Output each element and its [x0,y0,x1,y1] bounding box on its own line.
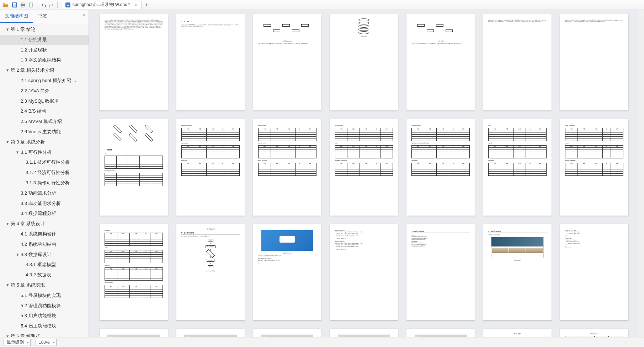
outline-item[interactable]: 2.3 MySQL 数据库 [0,96,89,107]
outline-item[interactable]: 4.3.2 数据表 [0,270,89,280]
outline-item[interactable]: ▾第 1 章 绪论 [0,25,89,35]
page-thumbnail[interactable]: 图 5.x 薪资管理列表管理员可对该模块数据进行增删改查操作。图 5.x 薪资详… [176,329,245,337]
print-icon[interactable] [20,2,26,8]
page-thumbnail[interactable]: 4.3.2 数据表tokenordinary_information [100,119,168,215]
outline-item[interactable]: 1.3 本文的组织结构 [0,55,89,65]
sidebar-tab-bookmark[interactable]: 书签 [33,10,52,23]
sidebar-tabs: 文档结构图 书签 × [0,10,89,23]
page-thumbnail[interactable]: day_information字段类型长度空注释leave字段类型长度空注释at… [330,119,398,215]
outline-item[interactable]: 1.2 开发现状 [0,45,89,55]
zoom-combo[interactable]: 100% [36,339,57,346]
page-thumbnail[interactable]: 图 2.x 架构图 [330,14,398,110]
outline-item[interactable]: ▾第 3 章 系统分析 [0,137,89,147]
svg-rect-1 [13,3,16,5]
outline-item[interactable]: 3.1.2 经济可行性分析 [0,168,89,178]
outline-item[interactable]: 4.2 系统功能结构 [0,239,89,250]
outline-item[interactable]: 3.3 非功能需求分析 [0,199,89,209]
page-thumbnail[interactable]: 图 5.x 招聘信息列表5.3 员工功能模块图 5.x 岗位信息详情 [330,329,398,337]
outline-item[interactable]: 2.2 JAVA 简介 [0,86,89,96]
page-thumbnail[interactable]: for(User u : list){ if(u.getType()==1){ … [560,224,628,320]
outline-item[interactable]: 5.1 登录模块的实现 [0,291,89,301]
sidebar-tab-outline[interactable]: 文档结构图 [0,10,33,23]
outline-level-combo[interactable]: 显示级别 [4,339,31,346]
page-thumbnail[interactable]: 5.2 管理员功能模块系统首页展示如下图所示。图 5.x 网站首页 [483,224,552,320]
document-view: 使用开发技术 Java 相关：该在开发中采用了 MVC 三层架构设计……系统使用… [89,10,644,337]
page-thumbnail[interactable]: 2.2 技术方案系统采用前后端分离的开发模式，主要使用的技术有……系统采用前后端… [176,14,245,110]
page-thumbnail[interactable]: ordinary_information字段类型长度空注释ordinary_us… [176,119,245,215]
outline-item[interactable]: 5.2 管理员功能模块 [0,301,89,311]
svg-rect-5 [21,6,24,7]
page-thumbnail[interactable]: 5.2 管理员功能模块@Autowired UserService userSe… [406,224,475,320]
outline-item[interactable]: 2.1 spring boot 框架介绍 ... [0,76,89,86]
page-thumbnail[interactable]: 图 2.1 系统架构图系统采用模块化设计方案进行构建，便于维护与扩展。系统采用模… [253,14,321,110]
outline-item[interactable]: ▾第 2 章 相关技术介绍 [0,65,89,76]
svg-rect-2 [13,5,16,7]
outline-item[interactable]: ▾第 4 章 系统设计 [0,219,89,229]
document-tabs: W springboot企...理系统LW.doc * × + [62,0,150,10]
outline-item[interactable]: 5.4 员工功能模块 [0,321,89,331]
page-thumbnail[interactable]: 表 6.2 功能测试表6.3 测试结论表 6.3 界面测试表 [560,329,628,337]
outline-item[interactable]: 4.3.1 概念模型 [0,260,89,270]
outline-item[interactable]: 3.1.1 技术可行性分析 [0,157,89,168]
redo-icon[interactable] [48,2,55,8]
outline-item[interactable]: 2.5 MVVM 模式介绍 [0,116,89,127]
outline-item[interactable]: 4.1 系统架构设计 [0,229,89,239]
page-thumbnail[interactable]: cost_management字段类型长度空注释report_and_state… [406,119,475,215]
page-thumbnail[interactable]: 图 5.x 员工管理列表管理员可对该模块数据进行增删改查操作。图 5.x 部门管… [100,329,168,337]
outline-item[interactable]: 3.2 功能需求分析 [0,188,89,199]
pages-grid: 使用开发技术 Java 相关：该在开发中采用了 MVC 三层架构设计……系统使用… [89,10,639,337]
word-doc-icon: W [65,2,70,7]
sidebar: 文档结构图 书签 × ▾第 1 章 绪论1.1 研究背景1.2 开发现状1.3 … [0,10,89,337]
outline-item[interactable]: ▾第 6 章 统测试 [0,331,89,337]
page-thumbnail[interactable]: messages字段类型长度空注释notify字段类型长度空注释personne… [100,224,168,320]
svg-rect-4 [21,3,24,4]
outline-item[interactable]: 3.4 数据流程分析 [0,208,89,219]
outline-item[interactable]: ▾3.1 可行性分析 [0,147,89,158]
sidebar-close-icon[interactable]: × [83,12,86,18]
outline-item[interactable]: 1.1 研究背景 [0,35,89,45]
page-thumbnail[interactable]: staff字段类型长度空注释records字段类型长度空注释enrollment… [483,119,552,215]
undo-icon[interactable] [40,2,46,8]
save-icon[interactable] [11,2,17,8]
page-thumbnail[interactable]: notice_information字段类型长度空注释evaluate字段类型长… [560,119,628,215]
page-thumbnail[interactable]: 图 5.x 请假审批列表5.3 用户功能模块图 5.x 公告管理 [253,329,321,337]
page-thumbnail[interactable]: @RequestMapping public String login(Http… [330,224,398,320]
page-thumbnail[interactable]: 第 6 章 统测试6.1 测试目的测试的目的是检查系统是否满足设计要求，发现并修… [483,329,552,337]
export-icon[interactable] [28,2,34,8]
outline-item[interactable]: 2.6 Vue.js 主要功能 [0,127,89,137]
new-tab-button[interactable]: + [143,2,150,8]
page-thumbnail[interactable]: 本系统在设计时……模块化设计，各功能模块相互独立，便于后期维护与扩展。本系统在设… [483,14,552,110]
outline-item[interactable]: 3.1.3 操作可行性分析 [0,178,89,188]
page-thumbnail[interactable]: 第 5 章 系统实现5.1 登录模块的实现首先判断用户输入的账号密码是否为空，再… [176,224,245,320]
page-thumbnail[interactable]: 系统需求分析包括功能需求分析、非功能需求分析与数据流程分析……系统需求分析包括功… [560,14,628,110]
outline-item[interactable]: 5.3 用户功能模块 [0,311,89,321]
doc-tab-title: springboot企...理系统LW.doc * [73,2,130,8]
outline-item[interactable]: ▾4.3 数据库设计 [0,250,89,260]
status-bar: 显示级别 100% [0,337,644,347]
outline-item[interactable]: ▾第 5 章 系统实现 [0,280,89,291]
close-tab-icon[interactable]: × [135,2,138,8]
page-thumbnail[interactable]: 图 5.2 登录界面图用户登录采用 Spring Security 框架 ses… [253,224,321,320]
page-thumbnail[interactable]: 图 3.x 流程图系统采用模块化设计方案进行构建，便于维护与扩展。系统采用模块化… [406,14,475,110]
page-scroller[interactable]: 使用开发技术 Java 相关：该在开发中采用了 MVC 三层架构设计……系统使用… [89,10,644,337]
doc-tab-active[interactable]: W springboot企...理系统LW.doc * × [62,1,142,9]
page-thumbnail[interactable]: job_information字段类型长度空注释work_to_record字段… [253,119,321,215]
top-toolbar: W springboot企...理系统LW.doc * × + [0,0,644,10]
outline-item[interactable]: 2.4 B/S 结构 [0,106,89,116]
page-thumbnail[interactable]: 使用开发技术 Java 相关：该在开发中采用了 MVC 三层架构设计……系统使用… [100,14,168,110]
folder-open-icon[interactable] [2,2,9,8]
page-thumbnail[interactable]: 图 5.x 员工信息列表管理员可对该模块数据进行增删改查操作。图 5.x 考勤打… [406,329,475,337]
document-outline[interactable]: ▾第 1 章 绪论1.1 研究背景1.2 开发现状1.3 本文的组织结构▾第 2… [0,23,89,337]
